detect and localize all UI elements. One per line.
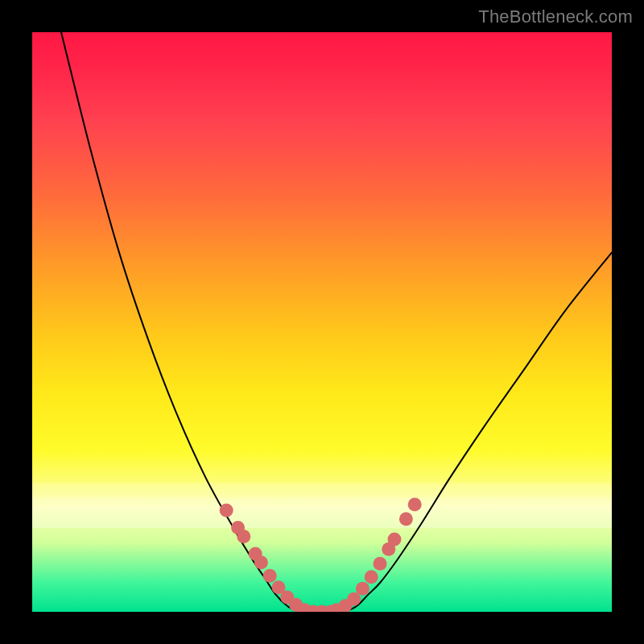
highlight-band [32,497,612,528]
chart-frame: TheBottleneck.com [0,0,644,644]
marker-dot [408,497,422,511]
marker-dot [356,582,369,596]
marker-dot [365,570,378,584]
marker-dot [254,555,268,569]
marker-dot [237,530,250,543]
chart-overlay [32,32,612,612]
marker-dot [220,504,233,518]
marker-dot [388,533,402,547]
watermark-text: TheBottleneck.com [478,6,633,27]
marker-dot [263,569,277,583]
series-right-curve [345,253,612,612]
highlight-band-upper [32,483,612,497]
marker-dot [399,512,413,526]
marker-dot [347,592,361,606]
marker-dot [374,557,387,571]
